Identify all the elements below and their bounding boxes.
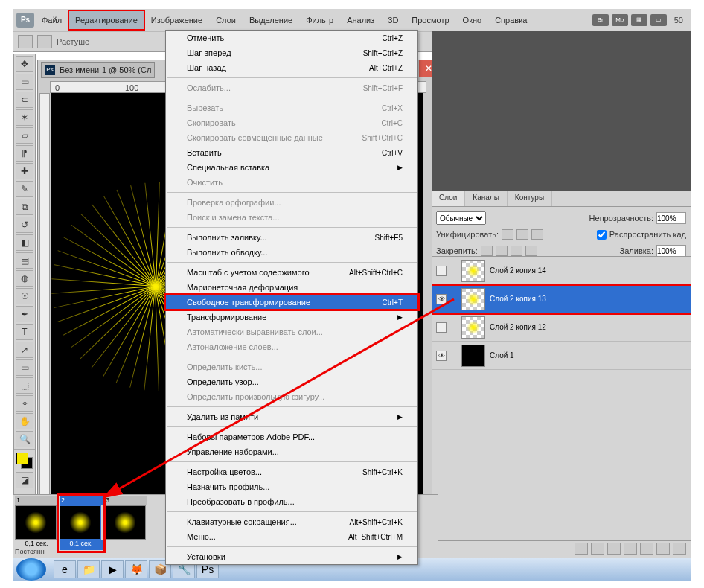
pen-tool[interactable]: ✒ bbox=[16, 306, 33, 322]
menu-фильтр[interactable]: Фильтр bbox=[300, 11, 339, 29]
menu-item[interactable]: Назначить профиль... bbox=[166, 479, 417, 494]
3d-tool[interactable]: ⬚ bbox=[16, 377, 33, 394]
layer-row[interactable]: Слой 2 копия 13 bbox=[432, 285, 691, 313]
panel-tab[interactable]: Контуры bbox=[508, 191, 552, 206]
eyedropper-tool[interactable]: ⁋ bbox=[16, 145, 33, 162]
start-button[interactable] bbox=[16, 558, 46, 581]
menu-просмотр[interactable]: Просмотр bbox=[406, 11, 455, 29]
menu-item[interactable]: Выполнить заливку...Shift+F5 bbox=[166, 230, 417, 245]
anim-frame[interactable]: 10,1 сек. bbox=[15, 496, 58, 550]
menu-item[interactable]: Управление наборами... bbox=[166, 444, 417, 459]
fill-input[interactable] bbox=[656, 245, 686, 257]
menu-item[interactable]: Определить узор... bbox=[166, 374, 417, 389]
mask-icon[interactable] bbox=[607, 543, 621, 555]
adjustment-icon[interactable] bbox=[624, 543, 637, 555]
bridge-pill[interactable]: Br bbox=[592, 14, 609, 26]
menu-item[interactable]: Настройка цветов...Shift+Ctrl+K bbox=[166, 464, 417, 479]
propagate-checkbox[interactable] bbox=[597, 230, 607, 240]
path-tool[interactable]: ↗ bbox=[16, 342, 33, 358]
menu-анализ[interactable]: Анализ bbox=[341, 11, 380, 29]
marquee-mode-icon[interactable] bbox=[37, 35, 52, 48]
menu-item[interactable]: Выполнить обводку... bbox=[166, 245, 417, 260]
dodge-tool[interactable]: ☉ bbox=[16, 288, 33, 304]
minibridge-pill[interactable]: Mb bbox=[612, 14, 628, 26]
lasso-tool[interactable]: ⊂ bbox=[16, 92, 33, 108]
menu-3d[interactable]: 3D bbox=[382, 11, 404, 29]
panel-tab[interactable]: Каналы bbox=[465, 191, 508, 206]
menu-item[interactable]: Преобразовать в профиль... bbox=[166, 494, 417, 509]
shape-tool[interactable]: ▭ bbox=[16, 359, 33, 376]
unify-icon[interactable] bbox=[516, 229, 528, 240]
menu-файл[interactable]: Файл bbox=[36, 11, 68, 29]
new-layer-icon[interactable] bbox=[656, 543, 670, 555]
quickmask-tool[interactable]: ◪ bbox=[16, 472, 33, 488]
visibility-icon[interactable] bbox=[436, 351, 447, 361]
menu-item[interactable]: Шаг назадAlt+Ctrl+Z bbox=[166, 60, 417, 75]
menu-слои[interactable]: Слои bbox=[210, 11, 242, 29]
lock-icon[interactable] bbox=[481, 246, 493, 256]
crop-tool[interactable]: ▱ bbox=[16, 127, 33, 144]
taskbar-app[interactable]: ▶ bbox=[101, 560, 124, 578]
hand-tool[interactable]: ✋ bbox=[16, 413, 33, 429]
menu-item[interactable]: Свободное трансформированиеCtrl+T bbox=[166, 295, 417, 310]
unify-icon[interactable] bbox=[502, 229, 513, 240]
visibility-icon[interactable] bbox=[436, 322, 447, 333]
menu-изображение[interactable]: Изображение bbox=[145, 11, 208, 29]
lock-icon[interactable] bbox=[496, 246, 508, 256]
menu-item[interactable]: Меню...Alt+Shift+Ctrl+M bbox=[166, 529, 417, 544]
menu-справка[interactable]: Справка bbox=[489, 11, 533, 29]
fx-icon[interactable] bbox=[591, 543, 604, 555]
heal-tool[interactable]: ✚ bbox=[16, 163, 33, 179]
menu-item[interactable]: ОтменитьCtrl+Z bbox=[166, 31, 417, 45]
menu-item[interactable]: Наборы параметров Adobe PDF... bbox=[166, 429, 417, 444]
document-tab[interactable]: Ps Без имени-1 @ 50% (Сл bbox=[41, 62, 155, 78]
anim-frame[interactable]: 3 bbox=[104, 496, 147, 550]
camera-tool[interactable]: ⌖ bbox=[16, 395, 33, 412]
blend-mode-select[interactable]: Обычные bbox=[436, 211, 486, 225]
marquee-tool[interactable]: ▭ bbox=[16, 74, 33, 90]
taskbar-app[interactable]: e bbox=[54, 560, 76, 578]
eraser-tool[interactable]: ◧ bbox=[16, 234, 33, 251]
tool-preset-icon[interactable] bbox=[18, 35, 33, 48]
trash-icon[interactable] bbox=[673, 543, 686, 555]
panel-tab[interactable]: Слои bbox=[432, 191, 465, 206]
screen-icon[interactable]: ▭ bbox=[650, 14, 667, 26]
taskbar-app[interactable]: 📁 bbox=[77, 560, 100, 578]
anim-frame[interactable]: 20,1 сек. bbox=[60, 496, 103, 550]
menu-item[interactable]: Шаг впередShift+Ctrl+Z bbox=[166, 45, 417, 60]
menu-item[interactable]: Специальная вставка▶ bbox=[166, 160, 417, 175]
menu-item[interactable]: Масштаб с учетом содержимогоAlt+Shift+Ct… bbox=[166, 265, 417, 280]
wand-tool[interactable]: ✶ bbox=[16, 109, 33, 126]
unify-icon[interactable] bbox=[531, 229, 543, 240]
layer-row[interactable]: Слой 2 копия 12 bbox=[432, 313, 691, 342]
taskbar-app[interactable]: 🦊 bbox=[125, 560, 147, 578]
stamp-tool[interactable]: ⧉ bbox=[16, 199, 33, 215]
layer-row[interactable]: Слой 2 копия 14 bbox=[432, 257, 691, 285]
brush-tool[interactable]: ✎ bbox=[16, 181, 33, 197]
menu-item[interactable]: Трансформирование▶ bbox=[166, 310, 417, 325]
link-icon[interactable] bbox=[575, 543, 588, 555]
type-tool[interactable]: T bbox=[16, 324, 33, 340]
lock-icon[interactable] bbox=[511, 246, 522, 256]
zoom-tool[interactable]: 🔍 bbox=[16, 431, 33, 447]
history-brush-tool[interactable]: ↺ bbox=[16, 217, 33, 233]
blur-tool[interactable]: ◍ bbox=[16, 270, 33, 287]
menu-выделение[interactable]: Выделение bbox=[243, 11, 298, 29]
layer-row[interactable]: Слой 1 bbox=[432, 342, 691, 370]
arrange-icon[interactable]: ▦ bbox=[631, 14, 647, 26]
color-swatch[interactable] bbox=[16, 453, 33, 469]
visibility-icon[interactable] bbox=[436, 294, 447, 304]
menu-item[interactable]: Марионеточная деформация bbox=[166, 280, 417, 295]
menu-item[interactable]: Удалить из памяти▶ bbox=[166, 409, 417, 424]
menu-окно[interactable]: Окно bbox=[457, 11, 488, 29]
opacity-input[interactable] bbox=[656, 212, 686, 224]
menu-item[interactable]: ВставитьCtrl+V bbox=[166, 145, 417, 160]
lock-icon[interactable] bbox=[525, 246, 537, 256]
menu-item[interactable]: Клавиатурные сокращения...Alt+Shift+Ctrl… bbox=[166, 514, 417, 529]
visibility-icon[interactable] bbox=[436, 266, 447, 276]
move-tool[interactable]: ✥ bbox=[16, 56, 33, 72]
group-icon[interactable] bbox=[640, 543, 653, 555]
menu-item[interactable]: Установки▶ bbox=[166, 549, 417, 564]
gradient-tool[interactable]: ▤ bbox=[16, 252, 33, 269]
menu-редактирование[interactable]: Редактирование bbox=[69, 11, 144, 29]
